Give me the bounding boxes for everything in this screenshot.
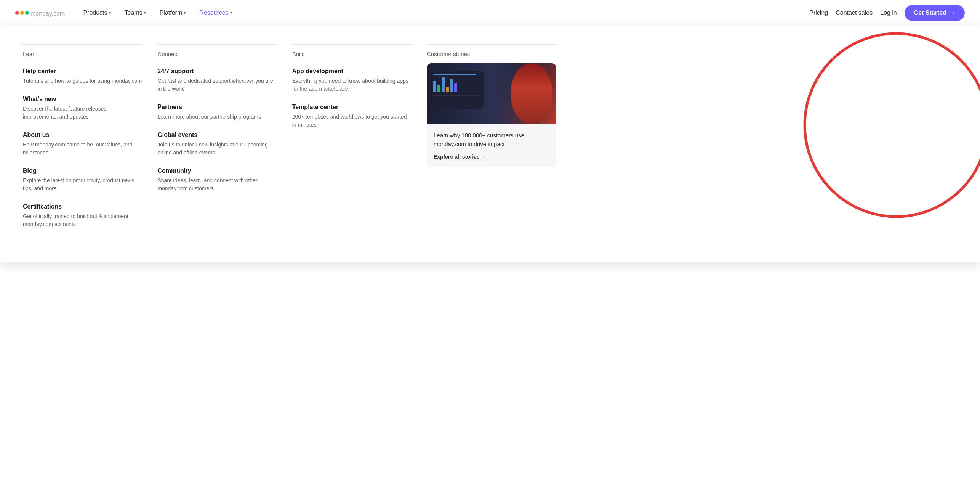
nav-teams[interactable]: Teams ▾	[118, 6, 152, 19]
nav-login[interactable]: Log in	[880, 10, 897, 16]
chevron-down-icon: ▾	[184, 11, 186, 15]
logo[interactable]: monday.com	[15, 8, 65, 18]
svg-point-1	[20, 11, 24, 15]
logo-text: monday.com	[30, 8, 65, 18]
nav-pricing[interactable]: Pricing	[809, 10, 828, 16]
nav-links: Products ▾ Teams ▾ Platform ▾ Resources …	[77, 6, 809, 19]
nav-contact-sales[interactable]: Contact sales	[836, 10, 873, 16]
chevron-down-icon: ▾	[230, 11, 232, 15]
logo-icon	[15, 9, 29, 17]
nav-products[interactable]: Products ▾	[77, 6, 117, 19]
nav-right: Pricing Contact sales Log in Get Started…	[809, 5, 965, 21]
nav-resources[interactable]: Resources ▾	[193, 6, 238, 19]
get-started-button[interactable]: Get Started →	[905, 5, 965, 21]
chevron-down-icon: ▾	[144, 11, 146, 15]
svg-point-2	[25, 11, 29, 15]
svg-point-0	[15, 11, 19, 15]
nav-platform[interactable]: Platform ▾	[154, 6, 192, 19]
navbar: monday.com Products ▾ Teams ▾ Platform ▾…	[0, 0, 980, 26]
chevron-down-icon: ▾	[109, 11, 111, 15]
